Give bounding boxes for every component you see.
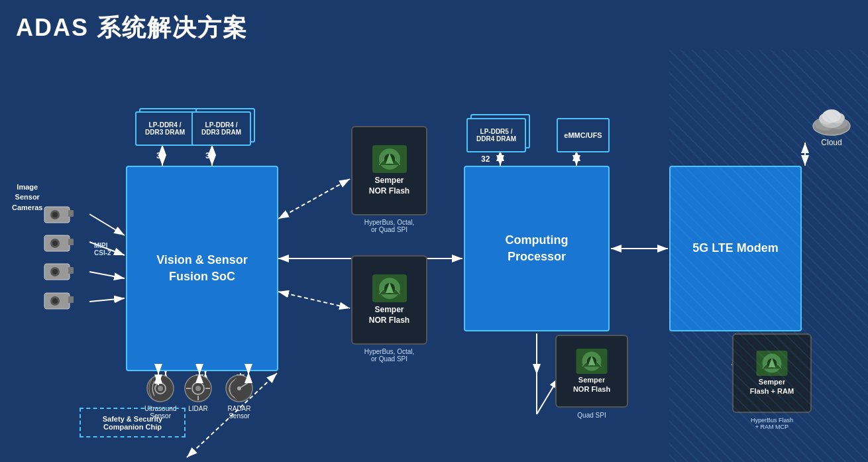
cloud-icon (808, 103, 855, 136)
svg-line-6 (89, 272, 125, 278)
num32-c: 32 (481, 154, 490, 164)
radar-sensor: RADARSensor (225, 375, 253, 420)
num32-a: 32 (156, 151, 165, 160)
num32-b: 32 (205, 151, 214, 160)
nor-flash-2-sublabel: HyperBus, Octal,or Quad SPI (351, 348, 427, 363)
cloud-area: Cloud (808, 103, 855, 147)
lidar-sensor: LIDAR (184, 375, 212, 412)
nor-logo-3 (576, 349, 608, 374)
svg-point-68 (195, 386, 201, 391)
svg-rect-36 (68, 267, 74, 274)
svg-line-4 (89, 214, 125, 235)
dram-box-2: LP-DDR4 /DDR3 DRAM (191, 111, 251, 146)
mipi-label: MIPICSI-2 (94, 242, 111, 257)
svg-point-35 (52, 269, 58, 274)
dram-box-1: LP-DDR4 /DDR3 DRAM (135, 111, 195, 146)
nor3-sublabel: Quad SPI (555, 412, 628, 419)
camera-icons (43, 205, 83, 315)
companion-chip: Safety & SecurityCompanion Chip (80, 408, 186, 437)
dram-cp: LP-DDR5 /DDR4 DRAM (466, 118, 526, 152)
cloud-label: Cloud (808, 138, 855, 147)
svg-point-59 (822, 109, 841, 123)
svg-point-31 (52, 241, 58, 246)
nor-flash-1-sublabel: HyperBus, Octal,or Quad SPI (351, 219, 427, 233)
nor-flash-2-label: SemperNOR Flash (369, 305, 409, 325)
modem-box: 5G LTE Modem (669, 166, 802, 331)
nor-flash-1-label: SemperNOR Flash (369, 176, 409, 196)
nor4-sublabel: HyperBus Flash+ RAM MCP (732, 417, 812, 430)
semper-nor-cp: SemperNOR Flash (555, 335, 628, 408)
svg-line-10 (278, 179, 350, 219)
semper-flash-ram: SemperFlash + RAM (732, 333, 812, 413)
nor-logo-2 (372, 274, 407, 302)
cameras-label: ImageSensorCameras (12, 182, 42, 213)
nor-logo-4 (756, 351, 788, 376)
emmc-box: eMMC/UFS (557, 118, 610, 152)
semper-nor-cp-label: SemperNOR Flash (573, 375, 610, 394)
computing-proc-box: ComputingProcessor (464, 166, 610, 331)
svg-rect-32 (68, 239, 74, 245)
svg-point-27 (52, 212, 58, 217)
svg-point-62 (158, 386, 163, 391)
svg-line-11 (278, 292, 350, 308)
title: ADAS 系统解决方案 (0, 0, 868, 50)
nor-flash-2: SemperNOR Flash (351, 255, 427, 345)
semper-flash-ram-label: SemperFlash + RAM (750, 377, 794, 396)
soc-label: Vision & SensorFusion SoC (156, 252, 248, 285)
nor-logo-1 (372, 145, 407, 173)
modem-label: 5G LTE Modem (692, 240, 779, 257)
svg-point-39 (52, 298, 58, 304)
computing-label: ComputingProcessor (506, 232, 569, 265)
svg-rect-28 (68, 210, 74, 217)
svg-rect-40 (68, 296, 74, 303)
companion-label: Safety & SecurityCompanion Chip (103, 415, 162, 431)
svg-line-7 (89, 298, 125, 302)
soc-box: Vision & SensorFusion SoC (126, 166, 278, 371)
svg-point-74 (237, 386, 241, 390)
nor-flash-1: SemperNOR Flash (351, 126, 427, 215)
